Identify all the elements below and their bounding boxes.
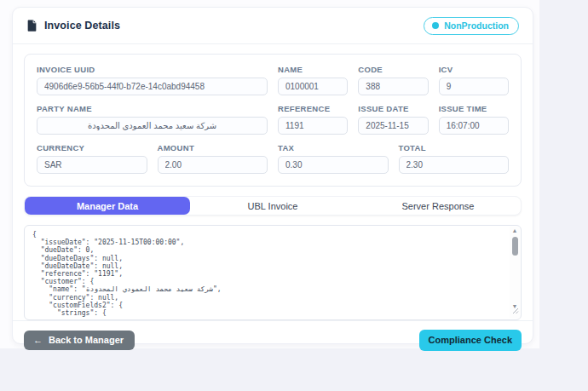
field-input-invoice-uuid[interactable] (37, 78, 268, 95)
field-input-total[interactable] (399, 156, 510, 174)
invoice-form-panel: INVOICE UUID NAME CODE ICV PARTY NAME RE… (24, 54, 522, 187)
field-input-icv[interactable] (439, 78, 509, 95)
manager-data-json-textarea[interactable]: { "issueDate": "2025-11-15T00:00:00", "d… (25, 226, 510, 319)
code-editor-wrap: { "issueDate": "2025-11-15T00:00:00", "d… (24, 225, 522, 320)
left-arrow-icon: ← (33, 335, 43, 345)
form-field-currency: CURRENCY (37, 143, 147, 174)
field-label: ISSUE DATE (358, 104, 428, 113)
field-label: TAX (278, 143, 389, 152)
field-label: INVOICE UUID (37, 65, 268, 74)
field-label: CURRENCY (37, 143, 147, 152)
card-body: INVOICE UUID NAME CODE ICV PARTY NAME RE… (13, 44, 533, 320)
field-input-amount[interactable] (158, 156, 268, 174)
invoice-details-card: Invoice Details NonProduction INVOICE UU… (12, 7, 533, 344)
field-input-reference[interactable] (278, 117, 348, 135)
resize-grip-icon[interactable] (512, 302, 519, 318)
form-field-invoice-uuid: INVOICE UUID (37, 65, 268, 95)
field-input-party-name[interactable] (37, 117, 268, 135)
compliance-check-button[interactable]: Compliance Check (419, 330, 522, 351)
back-to-manager-button[interactable]: ← Back to Manager (24, 331, 135, 350)
form-field-amount: AMOUNT (158, 143, 268, 174)
form-field-name: NAME (278, 65, 348, 95)
field-input-code[interactable] (358, 78, 428, 95)
tab-ubl-invoice[interactable]: UBL Invoice (190, 197, 355, 215)
document-icon (26, 20, 37, 32)
form-field-code: CODE (358, 65, 428, 95)
scrollbar-thumb[interactable] (512, 237, 518, 256)
back-to-manager-label: Back to Manager (49, 335, 124, 345)
scroll-up-icon[interactable]: ▲ (512, 227, 518, 234)
environment-badge-label: NonProduction (444, 20, 509, 31)
field-input-issue-time[interactable] (439, 117, 509, 135)
form-field-party-name: PARTY NAME (37, 104, 268, 135)
page-title: Invoice Details (44, 20, 120, 32)
header-left: Invoice Details (26, 20, 120, 32)
field-label: ISSUE TIME (439, 104, 509, 113)
field-input-currency[interactable] (37, 156, 147, 174)
card-footer: ← Back to Manager Compliance Check (13, 320, 533, 359)
tab-manager-data[interactable]: Manager Data (25, 197, 190, 215)
form-field-reference: REFERENCE (278, 104, 348, 135)
field-label: PARTY NAME (37, 104, 268, 113)
status-dot-icon (432, 22, 439, 29)
card-header: Invoice Details NonProduction (13, 8, 533, 44)
form-field-issue-date: ISSUE DATE (358, 104, 428, 135)
tab-server-response[interactable]: Server Response (355, 197, 521, 215)
tab-bar: Manager DataUBL InvoiceServer Response (24, 196, 522, 216)
form-field-icv: ICV (439, 65, 509, 95)
field-input-name[interactable] (278, 78, 348, 95)
field-label: NAME (278, 65, 348, 74)
field-input-issue-date[interactable] (358, 117, 428, 135)
field-label: TOTAL (399, 143, 510, 152)
form-field-tax: TAX (278, 143, 389, 174)
field-label: ICV (439, 65, 509, 74)
form-field-issue-time: ISSUE TIME (439, 104, 509, 135)
field-input-tax[interactable] (278, 156, 389, 174)
field-label: AMOUNT (158, 143, 268, 152)
environment-badge[interactable]: NonProduction (424, 17, 519, 35)
field-label: CODE (358, 65, 428, 74)
form-field-total: TOTAL (399, 143, 510, 174)
field-label: REFERENCE (278, 104, 348, 113)
